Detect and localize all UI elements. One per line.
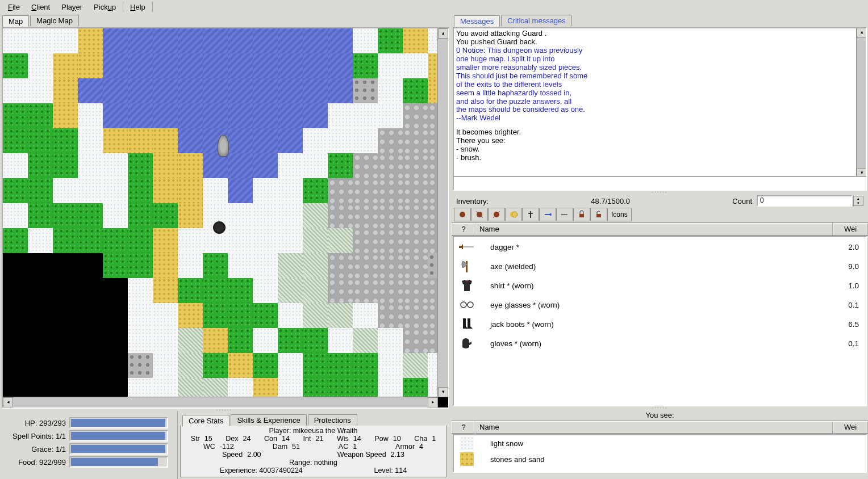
map-viewport[interactable]: ◂ ▸ ▴ ▾ [2,27,449,409]
tab-messages[interactable]: Messages [454,15,500,27]
floor-header: You see: [452,410,868,421]
floor-col-weight[interactable]: Wei [833,421,868,434]
shirt-icon [457,278,477,293]
inventory-label: Inventory: [456,197,489,205]
inventory-item[interactable]: axe (wielded)9.0 [454,257,866,276]
player-marker-icon [218,135,229,157]
count-spin-down[interactable]: ▾ [854,201,863,205]
view-icons-tab[interactable]: Icons [607,208,632,221]
map-hscroll[interactable]: ◂ ▸ [3,397,438,407]
tab-magic-map[interactable]: Magic Map [30,15,79,26]
vitals-panel: HP: 293/293 Spell Points: 1/1 Grace: 1/1… [0,411,178,479]
command-input[interactable] [453,176,867,191]
floor-list[interactable]: light snow stones and sand [453,434,867,473]
menu-help[interactable]: Help [124,2,151,12]
sand-tile-icon [457,451,477,467]
svg-rect-10 [462,246,474,247]
hp-bar [69,417,168,428]
status-panel: HP: 293/293 Spell Points: 1/1 Grace: 1/1… [0,411,449,479]
snow-tile-icon [457,435,477,451]
scroll-right-icon[interactable]: ▸ [428,397,438,407]
map-tabrow: Map Magic Map [0,14,449,26]
gloves-icon [457,335,477,351]
floor-item[interactable]: light snow [454,435,866,451]
svg-point-4 [512,212,518,217]
menubar: File Client Player Pickup Help [0,0,868,14]
filter-all-icon[interactable] [454,208,471,221]
hp-label: HP: 293/293 [3,419,69,427]
svg-rect-7 [579,214,584,217]
scroll-up-icon[interactable]: ▴ [438,28,448,39]
menu-pickup[interactable]: Pickup [88,2,122,12]
inventory-toolbar: Icons [454,208,866,221]
floor-col-icon[interactable]: ? [452,421,475,434]
tab-core-stats[interactable]: Core Stats [182,415,229,426]
count-label: Count [732,197,752,205]
scroll-down-icon[interactable]: ▾ [438,387,448,397]
right-vsplitter[interactable]: ······ [452,191,868,194]
sp-label: Spell Points: 1/1 [3,432,69,440]
message-log[interactable]: You avoid attacking Guard . You pushed G… [453,27,867,178]
svg-point-5 [549,213,552,216]
scroll-left-icon[interactable]: ◂ [3,397,13,407]
filter-cursed-icon[interactable] [522,208,539,221]
player-name: Player: mikeeusa the Wraith [184,427,443,435]
svg-point-15 [468,302,473,308]
left-pane: Map Magic Map ◂ ▸ ▴ ▾ ······ HP: 293/293… [0,14,449,479]
menu-file[interactable]: File [2,2,26,12]
filter-unpaid-icon[interactable] [505,208,522,221]
inventory-item[interactable]: gloves * (worn)0.1 [454,334,866,353]
food-bar [69,456,168,468]
inv-col-name[interactable]: Name [475,223,833,236]
tab-protections[interactable]: Protections [308,414,357,426]
svg-rect-11 [462,245,463,249]
boots-icon [457,316,477,332]
inventory-item[interactable]: eye glasses * (worn)0.1 [454,295,866,314]
menu-player[interactable]: Player [56,2,88,12]
menu-client[interactable]: Client [26,2,56,12]
filter-magical-icon[interactable] [539,208,556,221]
inventory-item[interactable]: jack boots * (worn)6.5 [454,314,866,334]
filter-unlocked-icon[interactable] [590,208,607,221]
dagger-icon [457,239,477,255]
inventory-item[interactable]: dagger *2.0 [454,237,866,257]
inventory-panel: Inventory: 48.7/1500.0 Count 0 ▴ ▾ Icons… [452,195,868,405]
right-pane: Messages Critical messages You avoid att… [452,14,868,479]
grace-label: Grace: 1/1 [3,445,69,453]
floor-col-name[interactable]: Name [475,421,833,434]
svg-point-6 [561,214,563,216]
sp-bar [69,430,168,442]
svg-rect-13 [466,280,468,283]
stats-pane: Core Stats Skills & Experience Protectio… [178,411,449,479]
inv-col-icon[interactable]: ? [452,223,475,236]
food-label: Food: 922/999 [3,458,69,467]
filter-locked-icon[interactable] [573,208,590,221]
count-input[interactable]: 0 [757,195,852,207]
inventory-list[interactable]: dagger *2.0 axe (wielded)9.0 shirt * (wo… [453,236,867,406]
inv-col-weight[interactable]: Wei [833,223,868,236]
count-spin-up[interactable]: ▴ [854,196,863,201]
svg-rect-12 [466,261,468,272]
axe-icon [457,258,477,274]
experience-label: Experience: 40037490224 [220,467,303,474]
filter-unapplied-icon[interactable] [488,208,505,221]
map-vscroll[interactable]: ▴ ▾ [437,28,448,397]
eyeglasses-icon [457,297,477,313]
grace-bar [69,443,168,455]
tab-map[interactable]: Map [2,15,29,27]
messages-vscroll[interactable]: ▴▾ [856,27,867,178]
svg-rect-8 [596,214,601,217]
inventory-item[interactable]: shirt * (worn)1.0 [454,276,866,295]
level-label: Level: 114 [374,467,407,474]
svg-point-14 [461,302,466,308]
tab-skills[interactable]: Skills & Experience [231,414,306,426]
range-label: Range: nothing [184,459,443,467]
svg-point-0 [460,212,465,217]
filter-nonmagical-icon[interactable] [556,208,573,221]
campfire-icon [213,221,226,234]
inventory-weight: 48.7/1500.0 [591,197,630,205]
floor-panel: ······ You see: ? Name Wei light snow st… [452,406,868,479]
tab-critical-messages[interactable]: Critical messages [501,15,572,26]
floor-item[interactable]: stones and sand [454,451,866,467]
filter-applied-icon[interactable] [471,208,488,221]
